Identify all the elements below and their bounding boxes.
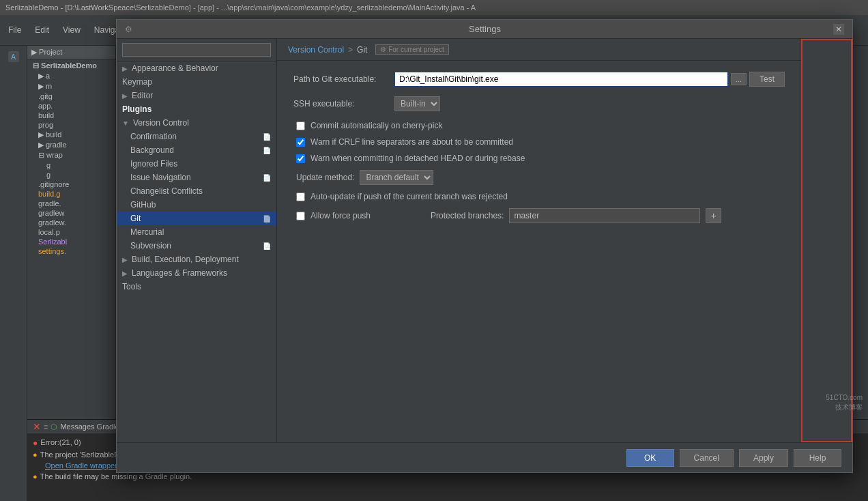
nav-item-build[interactable]: ▶ Build, Execution, Deployment [117, 253, 276, 266]
error-circle-icon: ● [33, 438, 38, 448]
nav-item-keymap[interactable]: Keymap [117, 75, 276, 89]
title-bar: SerlizableDemo - [D:\LastWorkSpeace\Serl… [0, 0, 868, 15]
warning-dot-icon: ● [33, 450, 38, 459]
warning-dot-2-icon: ● [33, 472, 38, 481]
update-method-label: Update method: [296, 173, 354, 182]
nav-item-subversion[interactable]: Subversion 📄 [117, 239, 276, 253]
tree-build2[interactable]: ▶ build [27, 130, 115, 140]
nav-item-changelist[interactable]: Changelist Conflicts [117, 184, 276, 198]
tree-a[interactable]: ▶ a [27, 71, 115, 81]
ssh-label: SSH executable: [293, 99, 389, 109]
tree-gradlew-bat[interactable]: gradlew. [27, 218, 115, 227]
ellipsis-button[interactable]: ... [731, 73, 747, 85]
tree-app[interactable]: app. [27, 101, 115, 111]
nav-tree: ▶ Appearance & Behavior Keymap ▶ Editor … [117, 61, 276, 442]
tree-g2[interactable]: g [27, 170, 115, 180]
force-push-checkbox[interactable] [296, 212, 305, 220]
tree-settings[interactable]: settings. [27, 246, 115, 256]
apply-button[interactable]: Apply [739, 449, 788, 467]
tree-gitignore[interactable]: .gitignore [27, 180, 115, 189]
commit-checkbox[interactable] [296, 121, 305, 130]
help-button[interactable]: Help [794, 449, 841, 467]
tree-g1[interactable]: g [27, 160, 115, 170]
head-checkbox[interactable] [296, 154, 305, 163]
menu-view[interactable]: View [60, 24, 83, 36]
git-path-input-group: ... Test [394, 72, 785, 87]
nav-plugins-label: Plugins [122, 104, 151, 114]
tree-gradle[interactable]: ▶ gradle [27, 140, 115, 150]
chevron-lang-icon: ▶ [122, 270, 128, 277]
android-icon[interactable]: A [8, 51, 19, 62]
error-indicator: Error:(21, 0) [40, 438, 81, 446]
tree-buildg[interactable]: build.g [27, 189, 115, 199]
git-path-input[interactable] [394, 72, 728, 87]
nav-vc-label: Version Control [133, 118, 189, 128]
cancel-button[interactable]: Cancel [680, 449, 734, 467]
git-path-label: Path to Git executable: [293, 74, 389, 84]
force-push-label: Allow force push [310, 211, 371, 220]
update-method-select[interactable]: Branch default Merge Rebase [360, 170, 433, 185]
settings-dialog: ⚙ Settings ✕ ▶ Appearance & Behavior Key… [116, 19, 853, 473]
nav-item-version-control[interactable]: ▼ Version Control [117, 116, 276, 130]
nav-lang-label: Languages & Frameworks [132, 268, 227, 278]
protected-add-button[interactable]: + [706, 208, 721, 223]
breadcrumb-parent[interactable]: Version Control [288, 45, 344, 55]
chevron-down-2-icon: ▼ [122, 119, 129, 127]
nav-item-confirmation[interactable]: Confirmation 📄 [117, 130, 276, 143]
tree-serlizabl[interactable]: Serlizabl [27, 237, 115, 246]
tree-wrap[interactable]: ⊟ wrap [27, 150, 115, 160]
tree-gradlew[interactable]: gradlew [27, 208, 115, 218]
force-push-row: Allow force push Protected branches: + [293, 208, 785, 223]
chevron-right-icon: ▶ [122, 92, 128, 100]
error-msg-2: The build file may be missing a Gradle p… [40, 472, 192, 481]
dialog-title-bar: ⚙ Settings ✕ [117, 20, 852, 39]
update-method-row: Update method: Branch default Merge Reba… [293, 170, 785, 185]
page-icon-issue: 📄 [263, 174, 271, 182]
tree-gitg[interactable]: .gitg [27, 91, 115, 101]
tree-serlizable-demo[interactable]: ⊟ SerlizableDemo [27, 61, 115, 71]
bottom-panel-title: Messages Gradle [60, 423, 119, 431]
protected-label: Protected branches: [431, 211, 504, 220]
nav-item-mercurial[interactable]: Mercurial [117, 225, 276, 239]
nav-item-plugins[interactable]: Plugins [117, 102, 276, 116]
nav-keymap-label: Keymap [122, 77, 152, 87]
nav-item-git[interactable]: Git 📄 [117, 212, 276, 225]
tree-prog[interactable]: prog [27, 120, 115, 130]
ok-button[interactable]: OK [626, 449, 674, 467]
git-path-row: Path to Git executable: ... Test [293, 72, 785, 87]
tree-gradle-prop[interactable]: gradle. [27, 199, 115, 208]
menu-edit[interactable]: Edit [32, 24, 52, 36]
nav-panel: ▶ Appearance & Behavior Keymap ▶ Editor … [117, 39, 277, 442]
crlf-checkbox[interactable] [296, 138, 305, 147]
dialog-close-button[interactable]: ✕ [833, 24, 844, 35]
nav-item-github[interactable]: GitHub [117, 198, 276, 212]
content-body: Path to Git executable: ... Test SSH exe… [277, 61, 801, 442]
menu-file[interactable]: File [5, 24, 24, 36]
nav-item-issue-navigation[interactable]: Issue Navigation 📄 [117, 171, 276, 184]
tree-build1[interactable]: build [27, 111, 115, 120]
nav-item-appearance[interactable]: ▶ Appearance & Behavior [117, 61, 276, 75]
nav-changelist-label: Changelist Conflicts [130, 186, 203, 196]
checkbox-autoupdate-row: Auto-update if push of the current branc… [293, 192, 785, 201]
checkbox-crlf-row: Warn if CRLF line separators are about t… [293, 137, 785, 147]
nav-item-editor[interactable]: ▶ Editor [117, 89, 276, 102]
nav-item-ignored-files[interactable]: Ignored Files [117, 157, 276, 171]
nav-item-tools[interactable]: Tools [117, 280, 276, 294]
protected-branches-input[interactable] [509, 208, 700, 223]
tree-localp[interactable]: local.p [27, 227, 115, 237]
nav-search-input[interactable] [122, 43, 271, 57]
nav-item-background[interactable]: Background 📄 [117, 143, 276, 157]
test-button[interactable]: Test [749, 72, 785, 87]
tree-m[interactable]: ▶ m [27, 81, 115, 91]
project-tree: ⊟ SerlizableDemo ▶ a ▶ m .gitg app. buil… [27, 59, 115, 257]
watermark: 51CTO.com技术博客 [826, 393, 863, 412]
checkbox-commit-row: Commit automatically on cherry-pick [293, 121, 785, 130]
autoupdate-checkbox-label: Auto-update if push of the current branc… [310, 192, 508, 201]
nav-item-languages[interactable]: ▶ Languages & Frameworks [117, 266, 276, 280]
chevron-build-icon: ▶ [122, 256, 128, 263]
nav-github-label: GitHub [130, 200, 156, 210]
checkbox-head-row: Warn when committing in detached HEAD or… [293, 154, 785, 163]
page-icon-git: 📄 [263, 215, 271, 223]
autoupdate-checkbox[interactable] [296, 192, 305, 201]
ssh-select[interactable]: Built-in Native [394, 96, 440, 111]
